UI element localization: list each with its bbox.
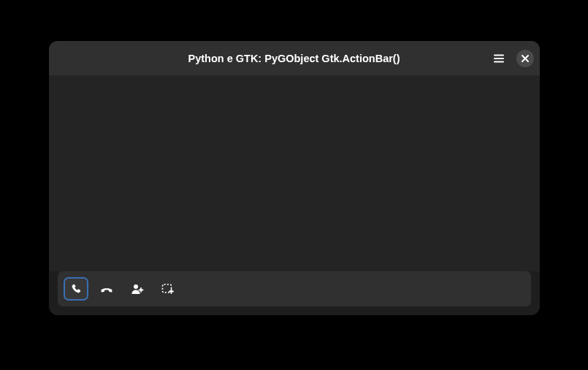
headerbar-controls [490, 50, 534, 67]
menu-icon [493, 53, 505, 64]
svg-point-0 [134, 284, 138, 289]
app-window: Python e GTK: PyGObject Gtk.ActionBar() [49, 41, 540, 315]
tab-new-icon [161, 283, 175, 295]
close-button[interactable] [516, 50, 534, 67]
contact-new-icon [131, 283, 144, 295]
close-icon [521, 54, 530, 63]
call-start-icon [70, 283, 82, 295]
call-stop-icon [100, 283, 113, 295]
action-bar [58, 271, 531, 306]
content-area [49, 75, 540, 271]
action-tab-new[interactable] [156, 277, 180, 301]
header-bar: Python e GTK: PyGObject Gtk.ActionBar() [49, 41, 540, 75]
menu-button[interactable] [490, 50, 508, 67]
action-contact-new[interactable] [125, 277, 150, 301]
action-call-stop[interactable] [94, 277, 119, 301]
window-title: Python e GTK: PyGObject Gtk.ActionBar() [49, 53, 540, 64]
action-call-start[interactable] [64, 277, 88, 301]
